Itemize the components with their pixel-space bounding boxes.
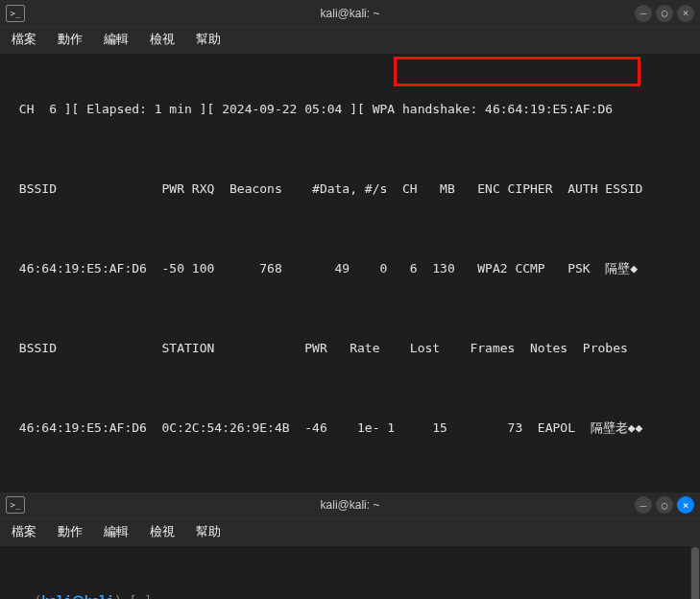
scrollbar-thumb[interactable] xyxy=(691,547,699,599)
menu-edit[interactable]: 編輯 xyxy=(104,523,129,540)
menu-actions[interactable]: 動作 xyxy=(58,523,83,540)
terminal-window-2: >_ kali@kali: ~ – ○ × 檔案 動作 編輯 檢視 幫助 ┌──… xyxy=(0,492,700,599)
menu-file[interactable]: 檔案 xyxy=(12,31,36,48)
terminal-body-2[interactable]: ┌──(kali㉿kali)-[~] └─$ sudo aireplay-ng … xyxy=(0,546,700,599)
maximize-button[interactable]: ○ xyxy=(656,496,673,514)
terminal-window-1: >_ kali@kali: ~ – ○ × 檔案 動作 編輯 檢視 幫助 CH … xyxy=(0,0,700,492)
terminal-icon: >_ xyxy=(6,5,25,22)
menu-help[interactable]: 幫助 xyxy=(196,31,221,48)
menu-edit[interactable]: 編輯 xyxy=(104,31,129,48)
airodump-row-ap: 46:64:19:E5:AF:D6 -50 100 768 49 0 6 130… xyxy=(12,259,688,279)
terminal-body-1[interactable]: CH 6 ][ Elapsed: 1 min ][ 2024-09-22 05:… xyxy=(0,54,700,492)
handshake-highlight-box xyxy=(394,57,640,86)
window-controls-1: – ○ × xyxy=(635,5,694,22)
window-title-1: kali@kali: ~ xyxy=(321,7,380,20)
menu-view[interactable]: 檢視 xyxy=(150,523,175,540)
handshake-text: handshake: 46:64:19:E5:AF:D6 xyxy=(402,102,613,116)
menu-help[interactable]: 幫助 xyxy=(196,523,221,540)
prompt-line-1: ┌──(kali㉿kali)-[~] xyxy=(12,591,688,599)
airodump-header-station: BSSID STATION PWR Rate Lost Frames Notes… xyxy=(12,339,688,359)
titlebar-1: >_ kali@kali: ~ – ○ × xyxy=(0,0,700,27)
airodump-row-station: 46:64:19:E5:AF:D6 0C:2C:54:26:9E:4B -46 … xyxy=(12,419,688,439)
menubar-2: 檔案 動作 編輯 檢視 幫助 xyxy=(0,519,700,546)
close-button[interactable]: × xyxy=(677,5,694,22)
scrollbar[interactable] xyxy=(690,546,700,599)
minimize-button[interactable]: – xyxy=(635,496,652,514)
menu-actions[interactable]: 動作 xyxy=(58,31,83,48)
airodump-header-ap: BSSID PWR RXQ Beacons #Data, #/s CH MB E… xyxy=(12,180,688,200)
close-button[interactable]: × xyxy=(677,496,694,514)
titlebar-2: >_ kali@kali: ~ – ○ × xyxy=(0,492,700,519)
minimize-button[interactable]: – xyxy=(635,5,652,22)
airodump-status: CH 6 ][ Elapsed: 1 min ][ 2024-09-22 05:… xyxy=(12,100,688,120)
menu-view[interactable]: 檢視 xyxy=(150,31,175,48)
terminal-icon: >_ xyxy=(6,496,25,514)
maximize-button[interactable]: ○ xyxy=(656,5,673,22)
menu-file[interactable]: 檔案 xyxy=(12,523,36,540)
menubar-1: 檔案 動作 編輯 檢視 幫助 xyxy=(0,27,700,54)
window-title-2: kali@kali: ~ xyxy=(321,498,380,512)
window-controls-2: – ○ × xyxy=(635,496,694,514)
